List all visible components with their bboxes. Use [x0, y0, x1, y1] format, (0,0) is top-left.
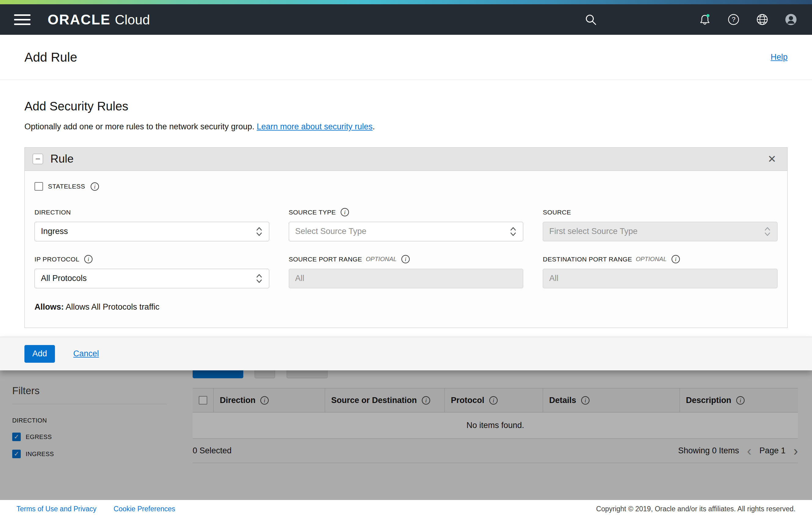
destination-port-label: DESTINATION PORT RANGE: [543, 256, 632, 263]
destination-port-input: All: [543, 269, 778, 288]
page-title: Add Rule: [24, 50, 77, 65]
ip-protocol-value: All Protocols: [41, 274, 87, 283]
cancel-link[interactable]: Cancel: [73, 349, 99, 359]
oracle-cloud-logo: ORACLE Cloud: [48, 11, 150, 28]
ip-protocol-label: IP PROTOCOL: [34, 256, 79, 263]
select-updown-icon: [256, 273, 263, 284]
source-port-field-head: SOURCE PORT RANGE OPTIONAL i: [289, 254, 524, 265]
notifications-bell-icon[interactable]: [698, 12, 712, 27]
stateless-checkbox[interactable]: [34, 182, 43, 191]
intro-text: Optionally add one or more rules to the …: [24, 122, 254, 131]
source-port-optional-tag: OPTIONAL: [366, 256, 397, 263]
rule-panel-body: STATELESS i DIRECTION Ingress: [25, 171, 787, 328]
source-label: SOURCE: [543, 209, 571, 216]
ip-protocol-select[interactable]: All Protocols: [34, 269, 269, 288]
region-globe-icon[interactable]: [755, 12, 769, 27]
destination-port-value: All: [549, 274, 558, 283]
help-link[interactable]: Help: [771, 53, 788, 62]
cookie-preferences-link[interactable]: Cookie Preferences: [114, 505, 175, 513]
allows-label: Allows:: [34, 302, 64, 311]
select-updown-icon: [764, 226, 771, 237]
direction-value: Ingress: [41, 227, 68, 236]
terms-of-use-link[interactable]: Terms of Use and Privacy: [17, 505, 96, 513]
stateless-label: STATELESS: [48, 183, 85, 190]
add-security-rules-section: Add Security Rules Optionally add one or…: [0, 80, 812, 337]
menu-icon[interactable]: [14, 14, 31, 25]
section-description: Optionally add one or more rules to the …: [24, 122, 788, 132]
intro-period: .: [373, 122, 375, 131]
source-port-info-icon[interactable]: i: [401, 254, 410, 264]
stateless-row: STATELESS i: [34, 182, 778, 191]
destination-port-info-icon[interactable]: i: [671, 254, 680, 264]
minus-icon: −: [35, 155, 40, 163]
modal-overlay: [0, 370, 812, 500]
source-port-value: All: [295, 274, 304, 283]
svg-text:i: i: [94, 184, 95, 190]
source-field-head: SOURCE: [543, 207, 778, 217]
close-icon: ✕: [768, 153, 777, 165]
modal-title-bar: Add Rule Help: [0, 35, 812, 80]
source-port-field: SOURCE PORT RANGE OPTIONAL i All: [289, 254, 524, 288]
search-icon[interactable]: [584, 12, 598, 27]
destination-port-optional-tag: OPTIONAL: [636, 256, 667, 263]
user-avatar[interactable]: [784, 12, 798, 27]
select-updown-icon: [256, 226, 263, 237]
close-rule-button[interactable]: ✕: [765, 153, 780, 165]
svg-text:?: ?: [732, 16, 735, 23]
top-navigation-bar: ORACLE Cloud ?: [0, 4, 812, 35]
source-type-field: SOURCE TYPE i Select Source Type: [289, 207, 524, 241]
topbar-actions: ?: [584, 12, 798, 27]
stateless-info-icon[interactable]: i: [90, 182, 99, 191]
destination-port-field: DESTINATION PORT RANGE OPTIONAL i All: [543, 254, 778, 288]
source-type-info-icon[interactable]: i: [340, 208, 350, 217]
svg-text:i: i: [675, 256, 676, 262]
source-type-select[interactable]: Select Source Type: [289, 222, 524, 241]
source-port-label: SOURCE PORT RANGE: [289, 256, 362, 263]
rule-panel-header: − Rule ✕: [25, 148, 787, 171]
ip-protocol-field: IP PROTOCOL i All Protocols: [34, 254, 269, 288]
ip-protocol-info-icon[interactable]: i: [84, 254, 93, 264]
logo-cloud-text: Cloud: [115, 12, 150, 27]
rule-form-row-2: IP PROTOCOL i All Protocols SOURCE PORT …: [34, 254, 778, 288]
svg-text:i: i: [405, 256, 406, 262]
add-button[interactable]: Add: [24, 345, 55, 363]
direction-field-head: DIRECTION: [34, 207, 269, 217]
source-placeholder: First select Source Type: [549, 227, 637, 236]
select-updown-icon: [510, 226, 517, 237]
copyright-text: Copyright © 2019, Oracle and/or its affi…: [596, 505, 795, 513]
destination-port-field-head: DESTINATION PORT RANGE OPTIONAL i: [543, 254, 778, 265]
source-port-input: All: [289, 269, 524, 288]
svg-text:i: i: [88, 256, 89, 262]
source-select: First select Source Type: [543, 222, 778, 241]
allows-summary: Allows: Allows All Protocols traffic: [34, 302, 778, 312]
allows-text: Allows All Protocols traffic: [66, 302, 160, 311]
section-heading: Add Security Rules: [24, 99, 788, 113]
source-type-label: SOURCE TYPE: [289, 209, 336, 216]
ip-protocol-field-head: IP PROTOCOL i: [34, 254, 269, 265]
direction-label: DIRECTION: [34, 209, 71, 216]
direction-select[interactable]: Ingress: [34, 222, 269, 241]
page-footer: Terms of Use and Privacy Cookie Preferen…: [0, 500, 812, 518]
rule-form-row-1: DIRECTION Ingress SOURCE TYPE i: [34, 207, 778, 241]
rule-panel: − Rule ✕ STATELESS i DIRECTION: [24, 147, 788, 328]
brand-gradient-strip: [0, 0, 812, 4]
direction-field: DIRECTION Ingress: [34, 207, 269, 241]
collapse-rule-button[interactable]: −: [33, 154, 43, 164]
learn-more-link[interactable]: Learn more about security rules: [257, 122, 373, 131]
help-icon[interactable]: ?: [727, 12, 741, 27]
source-field: SOURCE First select Source Type: [543, 207, 778, 241]
source-type-field-head: SOURCE TYPE i: [289, 207, 524, 217]
svg-text:i: i: [344, 209, 346, 215]
rule-title: Rule: [50, 153, 74, 165]
logo-oracle-text: ORACLE: [48, 11, 111, 28]
dimmed-background-page: Filters DIRECTION ✓ EGRESS ✓ INGRESS: [0, 370, 812, 500]
oracle-cloud-console: ORACLE Cloud ? Add Rule Help Add Securi: [0, 0, 812, 518]
modal-footer: Add Cancel: [0, 337, 812, 370]
source-type-placeholder: Select Source Type: [295, 227, 367, 236]
